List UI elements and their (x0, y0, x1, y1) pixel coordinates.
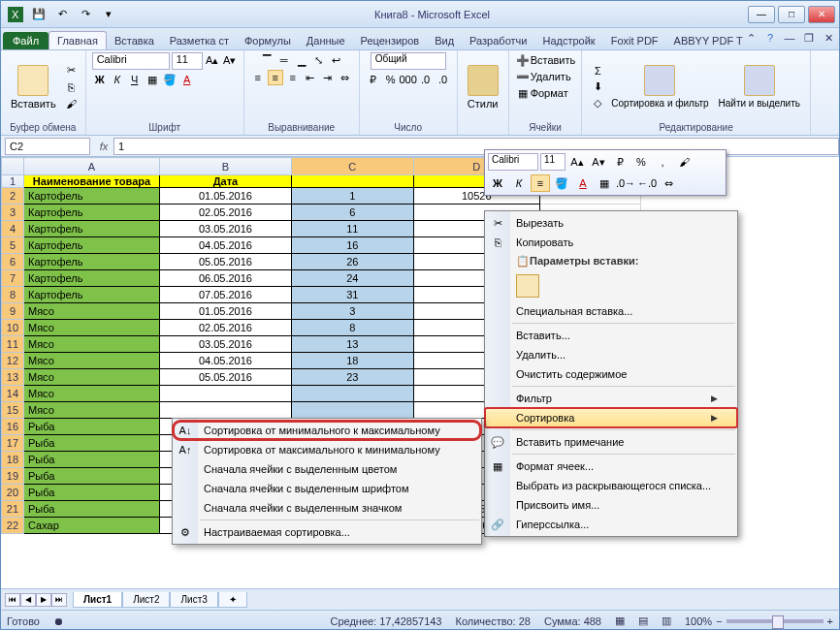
cut-icon[interactable]: ✂ (64, 63, 80, 79)
mini-font-name[interactable]: Calibri (488, 153, 538, 171)
ctx-insert-comment[interactable]: 💬Вставить примечание (485, 432, 737, 452)
cell[interactable]: Мясо (23, 336, 159, 353)
cell[interactable]: Картофель (23, 205, 159, 221)
cell[interactable] (160, 402, 292, 419)
row-header[interactable]: 15 (2, 402, 24, 419)
row-header[interactable]: 13 (2, 369, 24, 386)
comma-icon[interactable]: 000 (401, 72, 416, 87)
col-header-c[interactable]: C (291, 158, 413, 175)
cells-format-button[interactable]: ▦Формат (515, 85, 568, 101)
minimize-button[interactable]: — (748, 6, 775, 23)
new-sheet-button[interactable]: ✦ (218, 592, 247, 608)
doc-close-icon[interactable]: ✕ (822, 31, 835, 45)
cell[interactable]: 01.05.2016 (160, 188, 292, 205)
cell[interactable]: Мясо (23, 386, 159, 402)
find-select-button[interactable]: Найти и выделить (715, 63, 804, 110)
sort-by-icon[interactable]: Сначала ячейки с выделенным значком (173, 498, 481, 518)
styles-button[interactable]: Стили (464, 63, 502, 111)
cell[interactable]: Картофель (23, 188, 159, 205)
row-header[interactable]: 11 (2, 336, 24, 353)
cell[interactable]: 05.05.2016 (160, 369, 292, 386)
row-header[interactable]: 14 (2, 386, 24, 402)
save-icon[interactable]: 💾 (28, 5, 49, 24)
zoom-control[interactable]: 100% − + (685, 615, 833, 627)
indent-inc-icon[interactable]: ⇥ (320, 70, 336, 85)
fill-icon[interactable]: ⬇ (590, 79, 605, 95)
view-normal-icon[interactable]: ▦ (615, 614, 625, 627)
row-header[interactable]: 22 (2, 518, 24, 534)
mini-percent-icon[interactable]: % (631, 153, 651, 171)
italic-icon[interactable]: К (110, 72, 125, 87)
qat-more-icon[interactable]: ▾ (98, 5, 119, 24)
shrink-font-icon[interactable]: A▾ (222, 52, 238, 68)
tab-addins[interactable]: Надстройк (534, 32, 602, 49)
ctx-insert[interactable]: Вставить... (485, 326, 737, 345)
doc-restore-icon[interactable]: ❐ (802, 31, 816, 45)
grow-font-icon[interactable]: A▴ (205, 52, 220, 68)
tab-developer[interactable]: Разработчи (462, 32, 534, 49)
align-middle-icon[interactable]: ═ (276, 52, 292, 68)
align-left-icon[interactable]: ≡ (250, 70, 266, 85)
row-header[interactable]: 3 (2, 205, 24, 221)
sheet-tab[interactable]: Лист3 (170, 592, 217, 608)
cell[interactable]: Мясо (23, 320, 159, 336)
cell[interactable]: 07.05.2016 (160, 287, 292, 303)
cell[interactable]: 02.05.2016 (160, 320, 292, 336)
sheet-nav-prev-icon[interactable]: ◀ (20, 593, 36, 607)
mini-currency-icon[interactable]: ₽ (610, 153, 630, 171)
mini-inc-decimal-icon[interactable]: .0→ (616, 174, 635, 192)
currency-icon[interactable]: ₽ (366, 72, 381, 87)
header-cell[interactable] (291, 175, 413, 188)
cell[interactable] (160, 386, 292, 402)
ctx-sort[interactable]: Сортировка▶ (485, 408, 737, 427)
cell[interactable]: Картофель (23, 221, 159, 237)
row-header[interactable]: 19 (2, 468, 24, 485)
mini-dec-decimal-icon[interactable]: ←.0 (637, 174, 657, 192)
cell[interactable]: Мясо (23, 353, 159, 369)
tab-view[interactable]: Вид (427, 32, 462, 49)
sort-custom[interactable]: ⚙Настраиваемая сортировка... (173, 522, 481, 542)
align-bottom-icon[interactable]: ▁ (294, 52, 309, 68)
cell[interactable]: Картофель (23, 237, 159, 254)
cells-insert-button[interactable]: ➕Вставить (515, 52, 576, 68)
row-header[interactable]: 12 (2, 353, 24, 369)
mini-format-painter-icon[interactable]: 🖌 (674, 153, 694, 171)
cell[interactable]: Рыба (23, 485, 159, 501)
indent-dec-icon[interactable]: ⇤ (303, 70, 318, 85)
sort-desc[interactable]: A↑Сортировка от максимального к минималь… (173, 440, 481, 459)
header-cell[interactable]: Наименование товара (23, 175, 159, 188)
cell[interactable]: Картофель (23, 270, 159, 287)
ctx-pick-from-list[interactable]: Выбрать из раскрывающегося списка... (485, 476, 737, 495)
cell[interactable]: 03.05.2016 (160, 336, 292, 353)
tab-review[interactable]: Рецензиров (353, 32, 428, 49)
ctx-format-cells[interactable]: ▦Формат ячеек... (485, 457, 737, 476)
cell[interactable]: 04.05.2016 (160, 237, 292, 254)
row-header[interactable]: 21 (2, 501, 24, 518)
row-header[interactable]: 2 (2, 188, 24, 205)
cells-delete-button[interactable]: ➖Удалить (515, 69, 571, 84)
cell[interactable]: 04.05.2016 (160, 353, 292, 369)
autosum-icon[interactable]: Σ (590, 63, 605, 79)
doc-minimize-icon[interactable]: — (783, 31, 796, 45)
tab-formulas[interactable]: Формулы (237, 32, 299, 49)
mini-shrink-font-icon[interactable]: A▾ (589, 153, 608, 171)
mini-border-icon[interactable]: ▦ (595, 174, 614, 192)
row-header[interactable]: 18 (2, 452, 24, 468)
minimize-ribbon-icon[interactable]: ⌃ (744, 31, 758, 45)
maximize-button[interactable]: □ (778, 6, 805, 23)
row-header[interactable]: 17 (2, 435, 24, 452)
ctx-delete[interactable]: Удалить... (485, 345, 737, 364)
tab-abbyy[interactable]: ABBYY PDF T (666, 32, 751, 49)
row-header[interactable]: 1 (2, 175, 24, 188)
ctx-paste-special[interactable]: Специальная вставка... (485, 301, 737, 321)
percent-icon[interactable]: % (383, 72, 399, 87)
inc-decimal-icon[interactable]: .0 (418, 72, 434, 87)
ctx-paste-option[interactable] (485, 270, 737, 301)
bold-icon[interactable]: Ж (92, 72, 108, 87)
mini-align-center-icon[interactable]: ≡ (531, 174, 550, 192)
paste-button[interactable]: Вставить (7, 63, 60, 111)
excel-icon[interactable]: X (5, 5, 26, 24)
cell[interactable]: Картофель (23, 254, 159, 270)
ctx-copy[interactable]: ⎘Копировать (485, 233, 737, 252)
copy-icon[interactable]: ⎘ (64, 79, 80, 95)
